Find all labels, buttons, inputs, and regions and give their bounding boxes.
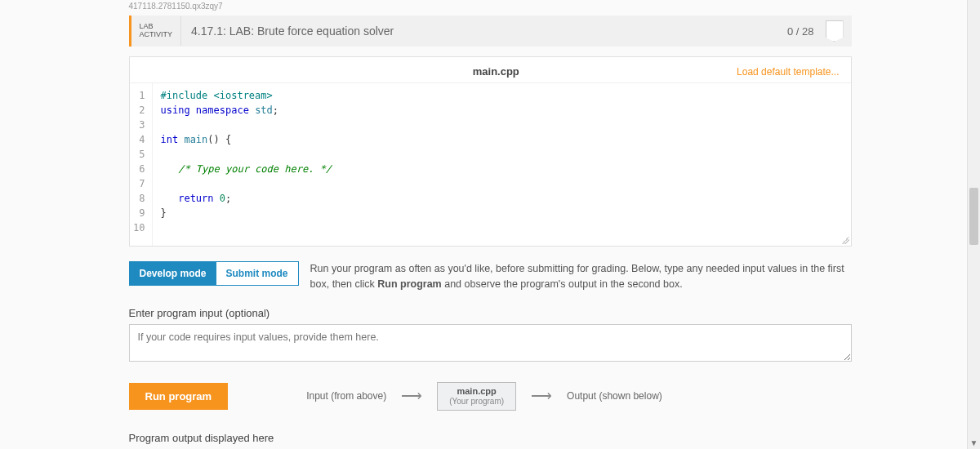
load-default-template-link[interactable]: Load default template... xyxy=(737,66,839,78)
line-number-gutter: 12345678910 xyxy=(130,83,153,246)
submit-mode-tab[interactable]: Submit mode xyxy=(216,262,298,285)
flow-input-label: Input (from above) xyxy=(306,390,386,402)
program-input-label: Enter program input (optional) xyxy=(129,307,852,319)
scroll-down-icon[interactable]: ▼ xyxy=(968,438,980,447)
lab-score: 0 / 28 xyxy=(779,25,822,38)
page-scrollbar[interactable]: ▼ xyxy=(967,0,980,449)
run-program-button[interactable]: Run program xyxy=(129,383,229,410)
program-box: main.cpp (Your program) xyxy=(437,382,516,411)
arrow-right-icon: ⟶ xyxy=(401,387,422,405)
editor-filename: main.cpp xyxy=(256,65,737,78)
lab-title: 4.17.1: LAB: Brute force equation solver xyxy=(180,16,779,46)
lab-activity-label: LAB ACTIVITY xyxy=(131,16,181,46)
scrollbar-thumb[interactable] xyxy=(969,188,978,245)
breadcrumb: 417118.2781150.qx3zqy7 xyxy=(129,0,852,16)
resize-handle-icon[interactable] xyxy=(841,236,849,244)
code-editor[interactable]: 12345678910 #include <iostream> using na… xyxy=(130,82,851,246)
code-editor-panel: main.cpp Load default template... 123456… xyxy=(129,56,852,247)
mode-help-text: Run your program as often as you'd like,… xyxy=(310,261,852,292)
program-output-label: Program output displayed here xyxy=(129,432,852,444)
flow-output-label: Output (shown below) xyxy=(567,390,662,402)
score-badge-icon xyxy=(826,20,844,42)
code-content[interactable]: #include <iostream> using namespace std;… xyxy=(153,83,851,246)
develop-mode-tab[interactable]: Develop mode xyxy=(130,262,216,285)
mode-tabs: Develop mode Submit mode xyxy=(129,261,299,286)
arrow-right-icon: ⟶ xyxy=(531,387,552,405)
lab-header: LAB ACTIVITY 4.17.1: LAB: Brute force eq… xyxy=(129,16,852,47)
program-input[interactable] xyxy=(129,324,852,362)
